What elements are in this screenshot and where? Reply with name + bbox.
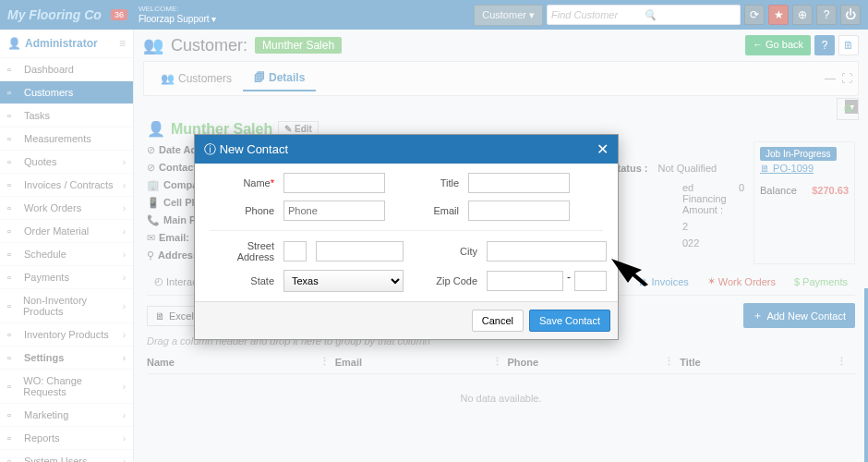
street-name-field[interactable]: [316, 241, 404, 261]
email-field[interactable]: [468, 201, 570, 221]
title-label: Title: [394, 177, 459, 188]
state-select[interactable]: Texas: [283, 270, 404, 292]
email-label: Email: [394, 205, 459, 216]
close-icon[interactable]: ✕: [597, 140, 609, 158]
phone-label: Phone: [210, 205, 274, 216]
name-field[interactable]: [283, 173, 385, 193]
info-icon: ⓘ: [204, 141, 216, 158]
state-label: State: [210, 275, 274, 286]
street-num-field[interactable]: [283, 241, 307, 261]
name-label: Name: [210, 177, 274, 188]
title-field[interactable]: [468, 173, 570, 193]
modal-title: New Contact: [220, 142, 288, 156]
zip-label: Zip Code: [413, 275, 477, 286]
street-label: Street Address: [210, 240, 274, 262]
save-contact-button[interactable]: Save Contact: [529, 310, 610, 332]
phone-field[interactable]: [283, 201, 385, 221]
cancel-button[interactable]: Cancel: [472, 310, 524, 332]
city-field[interactable]: [487, 241, 607, 261]
city-label: City: [413, 246, 477, 257]
zip-field-2[interactable]: [574, 271, 607, 291]
new-contact-modal: ⓘ New Contact ✕ Name Title Phone Email S…: [194, 134, 619, 340]
zip-field-1[interactable]: [487, 271, 563, 291]
